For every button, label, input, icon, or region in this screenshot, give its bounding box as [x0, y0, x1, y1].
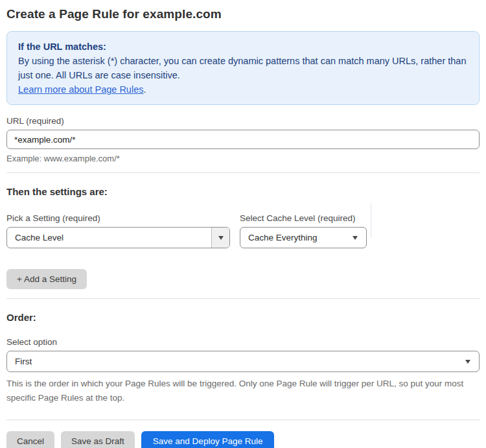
chevron-down-icon	[218, 236, 224, 240]
section-divider	[6, 172, 480, 173]
setting-select[interactable]: Cache Level	[6, 227, 230, 248]
info-box-heading: If the URL matches:	[18, 40, 468, 54]
cancel-button[interactable]: Cancel	[6, 431, 54, 448]
info-box-body: By using the asterisk (*) character, you…	[18, 54, 468, 82]
url-input[interactable]	[6, 130, 480, 149]
chevron-down-icon	[353, 236, 358, 240]
page-title: Create a Page Rule for example.com	[6, 7, 480, 21]
order-select-label: Select option	[6, 337, 480, 347]
info-box-link-line: Learn more about Page Rules.	[18, 82, 468, 97]
dropdown-arrow-button[interactable]	[211, 228, 229, 248]
section-divider	[6, 419, 480, 420]
setting-select-label: Pick a Setting (required)	[6, 213, 230, 223]
section-divider	[6, 298, 480, 299]
order-select-value: First	[7, 357, 32, 366]
url-example-hint: Example: www.example.com/*	[6, 154, 480, 163]
url-field-label: URL (required)	[6, 116, 480, 126]
cache-level-select-group: Select Cache Level (required) Cache Ever…	[240, 197, 367, 248]
order-select[interactable]: First	[6, 351, 480, 372]
settings-row: Pick a Setting (required) Cache Level Se…	[6, 197, 480, 248]
save-and-deploy-button[interactable]: Save and Deploy Page Rule	[141, 431, 275, 448]
cache-level-select[interactable]: Cache Everything	[240, 227, 367, 248]
url-matches-info-box: If the URL matches: By using the asteris…	[6, 31, 480, 105]
chevron-down-icon	[465, 360, 470, 364]
order-section-heading: Order:	[6, 312, 480, 323]
cache-level-select-value: Cache Everything	[240, 233, 318, 242]
add-setting-button[interactable]: + Add a Setting	[6, 269, 87, 289]
setting-select-value: Cache Level	[7, 233, 64, 242]
setting-group-separator	[371, 204, 371, 237]
save-as-draft-button[interactable]: Save as Draft	[61, 431, 135, 448]
page-rule-form: Create a Page Rule for example.com If th…	[0, 7, 486, 448]
cache-level-select-label: Select Cache Level (required)	[240, 213, 367, 223]
settings-section-heading: Then the settings are:	[6, 186, 480, 197]
order-help-text: This is the order in which your Page Rul…	[6, 377, 473, 405]
link-suffix: .	[143, 84, 146, 95]
setting-select-group: Pick a Setting (required) Cache Level	[6, 197, 230, 248]
learn-more-link[interactable]: Learn more about Page Rules	[18, 84, 143, 95]
form-actions: Cancel Save as Draft Save and Deploy Pag…	[6, 431, 480, 448]
